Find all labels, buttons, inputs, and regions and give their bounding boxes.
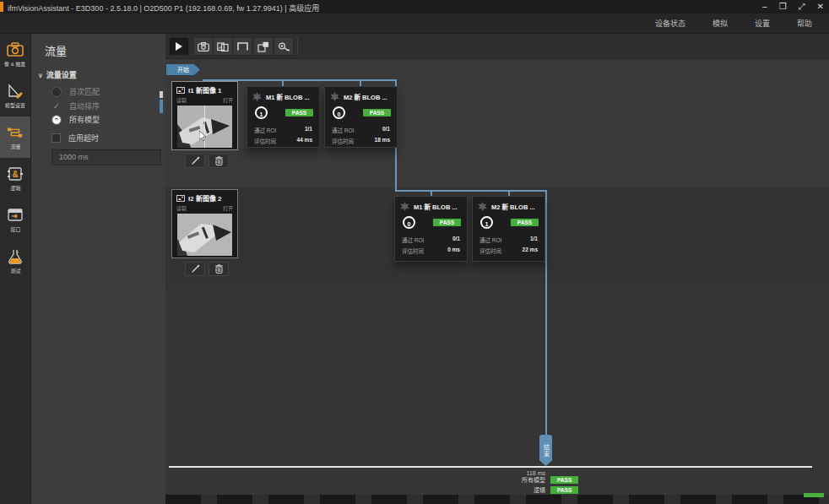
sidebar-item-interface[interactable]: 接口	[0, 199, 30, 241]
menu-settings[interactable]: 设置	[741, 14, 783, 34]
menu-help[interactable]: 帮助	[783, 14, 826, 34]
flow-toolbar	[165, 34, 829, 59]
delete-trash-button[interactable]	[209, 154, 229, 168]
delete-trash-button[interactable]	[209, 262, 229, 276]
gallery-icon	[217, 42, 229, 51]
roi-value: 1/1	[305, 126, 312, 134]
eval-time-label: 评估时间	[402, 247, 424, 255]
node-action-read[interactable]: 读取	[176, 204, 187, 212]
node-model-m2-bottom[interactable]: M2 新 BLOB ... 1 PASS 通过 ROI1/1 评估时间22 ms	[472, 196, 545, 262]
sidebar-item-logic[interactable]: & 逻辑	[0, 158, 30, 199]
option-all-models[interactable]: 所有模型	[51, 114, 100, 125]
eval-time-label: 评估时间	[254, 137, 276, 145]
sidebar-item-image-trigger[interactable]: 像 & 触发	[0, 34, 30, 75]
fullscreen-icon[interactable]: ⤢	[799, 0, 805, 14]
menu-simulation[interactable]: 模拟	[699, 14, 741, 34]
sidebar-item-label: 模型设置	[5, 100, 25, 108]
sidebar-item-test[interactable]: 测试	[0, 241, 30, 282]
roi-value: 0/1	[382, 126, 390, 134]
status-badge: PASS	[363, 109, 391, 117]
camera-icon	[7, 42, 24, 57]
option-first-match[interactable]: 首次匹配	[51, 86, 100, 97]
node-title: M1 新 BLOB ...	[266, 92, 310, 101]
maximize-icon[interactable]: ❐	[779, 0, 787, 14]
svg-text:&: &	[12, 170, 18, 179]
roi-label: 通过 ROI	[254, 126, 276, 134]
sidebar-item-label: 流量	[10, 142, 20, 149]
roi-label: 通过 ROI	[480, 236, 501, 244]
status-badge: PASS	[511, 219, 539, 226]
canvas-band	[165, 287, 829, 495]
node-title: M2 新 BLOB ...	[491, 202, 535, 211]
edit-pen-button[interactable]	[185, 262, 205, 276]
output-button[interactable]	[274, 37, 294, 56]
flow-connector	[545, 190, 547, 436]
sidebar-item-label: 接口	[10, 225, 20, 232]
export-button[interactable]	[253, 37, 274, 56]
nav-sidebar: 像 & 触发 模型设置 流量 & 逻辑 接口	[0, 34, 30, 504]
status-badge: PASS	[433, 219, 461, 226]
status-badge: PASS	[285, 109, 313, 117]
interface-window-icon	[7, 208, 24, 223]
checkbox-icon[interactable]	[51, 133, 61, 143]
eval-time-value: 22 ms	[523, 247, 538, 255]
app-window: ifmVisionAssistant - E3D300 - 2.5.18.0 |…	[0, 0, 829, 504]
blob-icon	[330, 92, 339, 101]
node-action-read[interactable]: 读取	[176, 96, 187, 104]
blob-icon	[252, 92, 262, 101]
frame-button[interactable]	[232, 37, 252, 56]
flow-end-marker: 结束	[539, 435, 552, 466]
eval-time-value: 0 ms	[447, 247, 460, 255]
sidebar-item-label: 测试	[10, 266, 20, 274]
sidebar-item-model-setup[interactable]: 模型设置	[0, 75, 30, 117]
edit-pen-button[interactable]	[185, 154, 205, 168]
panel-title: 流量	[45, 42, 67, 58]
result-logic: 逻辑 PASS	[469, 485, 578, 494]
timeline-bar	[169, 466, 812, 468]
mouse-cursor-icon	[199, 131, 207, 141]
frame-icon	[237, 42, 248, 51]
minimize-icon[interactable]: –	[762, 0, 767, 14]
eval-time-label: 评估时间	[480, 247, 501, 255]
node-title: M1 新 BLOB ...	[414, 202, 458, 211]
test-flask-icon	[7, 249, 24, 264]
node-model-m1-top[interactable]: M1 新 BLOB ... 1 PASS 通过 ROI1/1 评估时间44 ms	[247, 86, 320, 148]
camera-image-preview	[177, 106, 232, 148]
flow-canvas[interactable]: 开始 I1 新图像 1 读取 打开	[165, 59, 829, 504]
node-image-i1[interactable]: I1 新图像 1 读取 打开	[171, 81, 238, 150]
flow-connector	[395, 190, 547, 192]
flow-start-tag: 开始	[166, 64, 200, 75]
timeout-input[interactable]: 1000 ms	[51, 149, 161, 165]
radio-selected-icon[interactable]	[51, 115, 62, 125]
menu-device-status[interactable]: 设备状态	[642, 14, 699, 34]
node-title: M2 新 BLOB ...	[344, 92, 387, 101]
filmstrip-pass-marker	[804, 493, 824, 497]
image-icon	[176, 195, 185, 202]
image-icon	[176, 87, 185, 94]
roi-label: 通过 ROI	[402, 236, 424, 244]
title-bar: ifmVisionAssistant - E3D300 - 2.5.18.0 |…	[0, 0, 829, 14]
node-image-i2[interactable]: I2 新图像 2 读取 打开	[171, 189, 238, 258]
node-action-open[interactable]: 打开	[223, 96, 233, 104]
status-badge: PASS	[550, 476, 578, 484]
play-button[interactable]	[169, 37, 189, 56]
option-auto-sort[interactable]: ✓ 自动排序	[51, 100, 100, 111]
scrollbar-thumb[interactable]	[160, 100, 163, 113]
radio-unselected-icon[interactable]	[51, 87, 62, 97]
node-action-open[interactable]: 打开	[223, 204, 233, 212]
scrollbar-top[interactable]	[160, 91, 163, 98]
match-count: 0	[403, 216, 415, 229]
option-app-timeout[interactable]: 应用超时	[51, 133, 99, 144]
gallery-button[interactable]	[213, 37, 233, 56]
node-model-m2-top[interactable]: M2 新 BLOB ... 0 PASS 通过 ROI0/1 评估时间18 ms	[324, 86, 398, 148]
close-icon[interactable]: ✕	[817, 0, 824, 14]
image-filmstrip[interactable]	[165, 495, 829, 504]
i2-actions	[185, 262, 229, 276]
window-title: ifmVisionAssistant - E3D300 - 2.5.18.0 |…	[8, 3, 319, 14]
flow-settings-section-header[interactable]: ∨流量设置	[38, 69, 77, 80]
sidebar-item-flow[interactable]: 流量	[0, 117, 30, 158]
node-title: I2 新图像 2	[188, 193, 222, 203]
blob-icon	[478, 202, 487, 211]
snapshot-button[interactable]	[193, 37, 214, 56]
node-model-m1-bottom[interactable]: M1 新 BLOB ... 0 PASS 通过 ROI0/1 评估时间0 ms	[394, 196, 468, 262]
